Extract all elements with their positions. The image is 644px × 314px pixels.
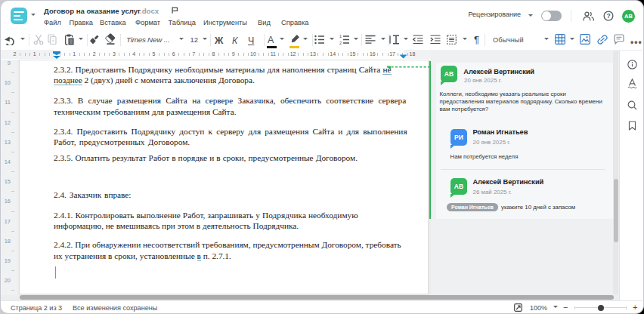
- svg-text:?: ?: [606, 12, 610, 20]
- svg-text:1: 1: [339, 35, 342, 38]
- svg-text:2: 2: [339, 41, 342, 45]
